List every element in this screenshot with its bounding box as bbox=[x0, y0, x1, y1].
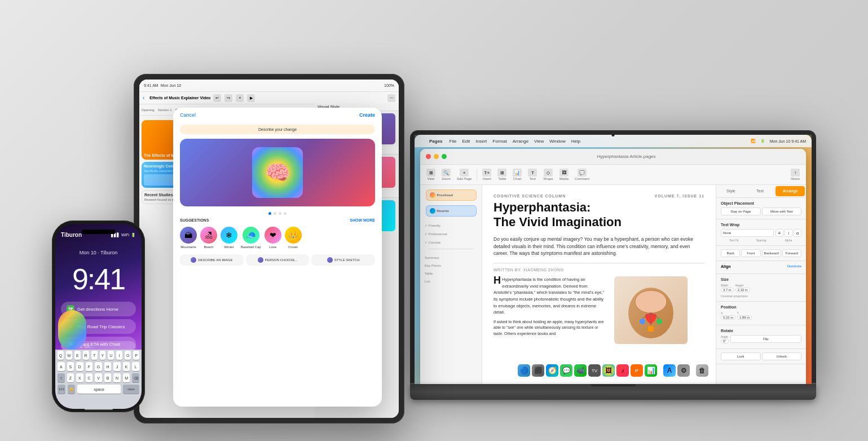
text-spacing-btn[interactable]: ↕ bbox=[785, 229, 792, 237]
text-wrap-value[interactable]: None bbox=[721, 229, 774, 237]
key-t[interactable]: T bbox=[91, 351, 98, 360]
back-button[interactable]: Back bbox=[721, 249, 740, 257]
menu-file[interactable]: File bbox=[450, 139, 457, 144]
y-input[interactable]: 1.89 in bbox=[737, 315, 752, 320]
key-g[interactable]: G bbox=[95, 362, 102, 371]
key-a[interactable]: A bbox=[58, 362, 65, 371]
key-z[interactable]: Z bbox=[67, 373, 74, 382]
key-n[interactable]: N bbox=[113, 373, 121, 382]
key-123[interactable]: 123 bbox=[58, 385, 65, 394]
ipad-ai-dialog[interactable]: Cancel Create Describe your change 🧠 SU bbox=[173, 108, 382, 407]
dock-settings[interactable]: ⚙ bbox=[677, 364, 690, 377]
ai-dot-4[interactable] bbox=[284, 212, 287, 215]
width-input[interactable]: 3.7 in bbox=[721, 288, 734, 292]
ai-style-button[interactable]: STYLE SKETCH bbox=[311, 254, 375, 266]
minimize-button[interactable] bbox=[434, 154, 439, 159]
dock-finder[interactable]: 🔵 bbox=[518, 364, 530, 377]
menu-format[interactable]: Format bbox=[492, 139, 506, 144]
toolbar-share-btn[interactable]: ↑ Share bbox=[789, 167, 801, 182]
menu-insert[interactable]: Insert bbox=[475, 139, 487, 144]
angle-input[interactable]: 0° bbox=[721, 339, 729, 343]
toolbar-shape-btn[interactable]: ◇ Shape bbox=[541, 167, 554, 182]
ipad-tool-play[interactable]: ▶ bbox=[247, 94, 255, 102]
ai-create-button[interactable]: Create bbox=[359, 112, 375, 118]
suggestion-baseball[interactable]: 🧢 Baseball Cap bbox=[241, 227, 261, 249]
ai-dot-3[interactable] bbox=[279, 212, 281, 215]
proofreading-panel[interactable]: Proofread bbox=[426, 189, 477, 201]
flip-button[interactable]: Flip bbox=[730, 335, 801, 343]
dock-launchpad[interactable]: ⬛ bbox=[532, 364, 544, 377]
ipad-section-1[interactable]: Section 1 bbox=[158, 108, 172, 112]
suggestion-winter[interactable]: ❄ Winter bbox=[221, 227, 237, 249]
maximize-button[interactable] bbox=[442, 154, 447, 159]
key-m[interactable]: M bbox=[123, 373, 130, 382]
key-b[interactable]: B bbox=[104, 373, 112, 382]
toolbar-chart-btn[interactable]: 📊 Chart bbox=[511, 167, 523, 182]
inspector-tab-text[interactable]: Text bbox=[746, 185, 775, 197]
suggestion-beach[interactable]: 🏖 Beach bbox=[200, 227, 217, 249]
toolbar-zoom-btn[interactable]: 🔍 Zoom bbox=[440, 167, 452, 182]
distribute-button[interactable]: Distribute bbox=[787, 264, 801, 268]
menu-view[interactable]: View bbox=[534, 139, 544, 144]
key-w[interactable]: W bbox=[66, 351, 72, 360]
key-v[interactable]: V bbox=[95, 373, 102, 382]
stay-on-page-button[interactable]: Stay on Page bbox=[721, 208, 761, 215]
dock-safari[interactable]: 🧭 bbox=[546, 364, 558, 377]
menu-edit[interactable]: Edit bbox=[462, 139, 470, 144]
key-h[interactable]: H bbox=[104, 362, 112, 371]
key-d[interactable]: D bbox=[76, 362, 83, 371]
key-space[interactable]: space bbox=[77, 385, 121, 394]
menu-window[interactable]: Window bbox=[549, 139, 565, 144]
dock-numbers[interactable]: 📊 bbox=[645, 364, 657, 377]
ai-dot-1[interactable] bbox=[268, 212, 271, 215]
toolbar-table-btn[interactable]: ⊞ Table bbox=[496, 167, 508, 182]
key-u[interactable]: U bbox=[108, 351, 114, 360]
ai-person-button[interactable]: PERSON CHOOSE... bbox=[246, 254, 310, 266]
key-l[interactable]: L bbox=[132, 362, 139, 371]
move-with-text-button[interactable]: Move with Text bbox=[762, 208, 802, 215]
key-return[interactable]: return bbox=[123, 385, 139, 394]
toolbar-text-btn[interactable]: T Text bbox=[526, 167, 539, 182]
backward-button[interactable]: Backward bbox=[762, 249, 781, 257]
toolbar-comment-btn[interactable]: 💬 Comment bbox=[573, 167, 591, 182]
dock-trash[interactable]: 🗑 bbox=[696, 364, 708, 377]
ipad-back-button[interactable]: ‹ bbox=[143, 95, 144, 101]
rewrite-panel[interactable]: Rewrite bbox=[426, 205, 477, 217]
menu-arrange[interactable]: Arrange bbox=[513, 139, 528, 144]
key-k[interactable]: K bbox=[123, 362, 130, 371]
key-q[interactable]: Q bbox=[58, 351, 64, 360]
toolbar-addpage-btn[interactable]: + Add Page bbox=[455, 167, 473, 182]
close-button[interactable] bbox=[426, 154, 431, 159]
toolbar-view-btn[interactable]: ⊞ View bbox=[425, 167, 437, 182]
ipad-tool-insert[interactable]: + bbox=[236, 94, 244, 102]
text-alpha-btn[interactable]: α bbox=[794, 229, 801, 237]
key-s[interactable]: S bbox=[67, 362, 74, 371]
ipad-tool-more[interactable]: ⋯ bbox=[387, 94, 395, 102]
menu-help[interactable]: Help bbox=[571, 139, 580, 144]
height-input[interactable]: 2.32 in bbox=[735, 288, 750, 292]
dock-music[interactable]: ♪ bbox=[616, 364, 629, 377]
key-x[interactable]: X bbox=[76, 373, 83, 382]
unlock-button[interactable]: Unlock bbox=[762, 352, 802, 360]
key-f[interactable]: F bbox=[86, 362, 93, 371]
dock-facetime[interactable]: 📹 bbox=[574, 364, 587, 377]
key-i[interactable]: I bbox=[116, 351, 122, 360]
dock-photos[interactable]: 🖼 bbox=[602, 364, 615, 377]
toolbar-insert-btn[interactable]: T+ Insert bbox=[481, 167, 493, 182]
dock-tv[interactable]: TV bbox=[588, 364, 601, 377]
key-delete[interactable]: ⌫ bbox=[132, 373, 139, 382]
front-button[interactable]: Front bbox=[741, 249, 760, 257]
dock-appstore[interactable]: A bbox=[663, 364, 676, 377]
ipad-section-opening[interactable]: Opening bbox=[142, 108, 155, 112]
key-j[interactable]: J bbox=[113, 362, 121, 371]
dock-pages[interactable]: P bbox=[631, 364, 643, 377]
ai-prompt-bubble[interactable]: Describe your change bbox=[180, 125, 375, 134]
x-input[interactable]: 0.22 in bbox=[721, 315, 735, 320]
toolbar-media-btn[interactable]: 🖼 Media bbox=[558, 167, 570, 182]
suggestion-crown[interactable]: 👑 Crown bbox=[285, 227, 302, 249]
ipad-tool-undo[interactable]: ↩ bbox=[213, 94, 221, 102]
key-y[interactable]: Y bbox=[100, 351, 106, 360]
ai-describe-image-button[interactable]: DESCRIBE AN IMAGE bbox=[180, 254, 244, 266]
text-fit-btn[interactable]: ≡ bbox=[776, 229, 783, 237]
inspector-tab-arrange[interactable]: Arrange bbox=[776, 186, 805, 196]
